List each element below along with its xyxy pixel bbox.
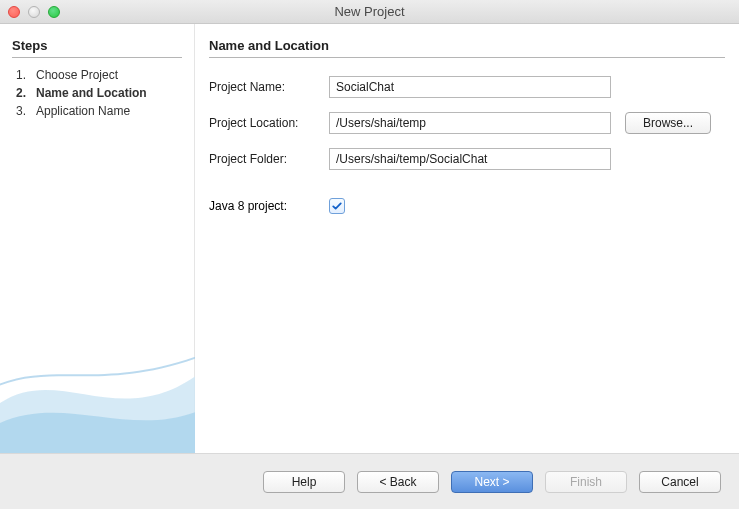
finish-button: Finish [545,471,627,493]
titlebar: New Project [0,0,739,24]
checkmark-icon [331,200,343,212]
window-title: New Project [0,4,739,19]
back-button[interactable]: < Back [357,471,439,493]
content-area: Steps 1. Choose Project 2. Name and Loca… [0,24,739,453]
panel-heading: Name and Location [209,38,725,58]
step-item: 1. Choose Project [12,66,182,84]
main-panel: Name and Location Project Name: Project … [195,24,739,453]
cancel-button[interactable]: Cancel [639,471,721,493]
project-folder-label: Project Folder: [209,152,321,166]
project-location-label: Project Location: [209,116,321,130]
sidebar: Steps 1. Choose Project 2. Name and Loca… [0,24,195,453]
project-location-input[interactable] [329,112,611,134]
form: Project Name: Project Location: Browse..… [209,76,725,170]
step-number: 2. [12,86,26,100]
step-label: Choose Project [36,68,118,82]
project-name-input[interactable] [329,76,611,98]
java8-checkbox[interactable] [329,198,345,214]
project-folder-input[interactable] [329,148,611,170]
next-button[interactable]: Next > [451,471,533,493]
step-number: 3. [12,104,26,118]
footer-buttons: Help < Back Next > Finish Cancel [0,453,739,509]
java8-label: Java 8 project: [209,199,321,213]
step-item: 2. Name and Location [12,84,182,102]
java8-row: Java 8 project: [209,198,725,214]
step-label: Application Name [36,104,130,118]
browse-button[interactable]: Browse... [625,112,711,134]
decorative-wave-art [0,333,195,453]
help-button[interactable]: Help [263,471,345,493]
step-label: Name and Location [36,86,147,100]
step-number: 1. [12,68,26,82]
step-item: 3. Application Name [12,102,182,120]
steps-heading: Steps [12,38,182,58]
project-name-label: Project Name: [209,80,321,94]
steps-list: 1. Choose Project 2. Name and Location 3… [12,66,182,120]
